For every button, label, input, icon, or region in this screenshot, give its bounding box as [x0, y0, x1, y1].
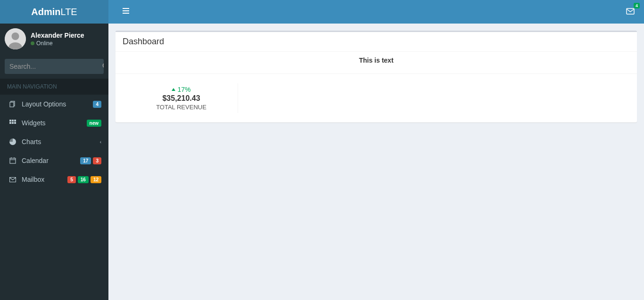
dashboard-box: Dashboard This is text 17% $35,210.43 TO…: [116, 31, 637, 122]
user-info: Alexander Pierce Online: [31, 32, 84, 47]
box-body: 17% $35,210.43 TOTAL REVENUE: [116, 74, 637, 122]
badge: 17: [80, 157, 91, 164]
svg-point-7: [103, 63, 104, 67]
messages-button[interactable]: 4: [624, 5, 637, 19]
brand-logo[interactable]: AdminLTE: [0, 0, 108, 24]
page-subtitle: This is text: [116, 52, 637, 74]
badge: 5: [67, 176, 76, 183]
messages-badge: 4: [634, 3, 640, 8]
stat-percent: 17%: [125, 86, 238, 93]
user-status-text: Online: [36, 40, 53, 47]
menu-calendar[interactable]: Calendar 17 3: [0, 151, 108, 170]
status-dot-icon: [31, 41, 34, 45]
grid-icon: [8, 120, 17, 126]
user-avatar[interactable]: [5, 28, 26, 49]
main-header: AdminLTE 4: [0, 0, 644, 24]
badge: 12: [91, 176, 101, 183]
svg-rect-2: [123, 13, 129, 14]
svg-rect-0: [123, 8, 129, 9]
svg-point-5: [12, 32, 19, 40]
menu-label: Mailbox: [22, 176, 63, 183]
svg-rect-1: [123, 10, 129, 11]
sidebar-search: [5, 59, 104, 74]
caret-up-icon: [172, 88, 175, 91]
badge: new: [87, 120, 101, 127]
menu-charts[interactable]: Charts ‹: [0, 132, 108, 151]
svg-rect-10: [10, 102, 14, 107]
stat-value: $35,210.43: [125, 94, 238, 103]
stat-label: TOTAL REVENUE: [125, 104, 238, 111]
menu-mailbox[interactable]: Mailbox 5 16 12: [0, 170, 108, 189]
envelope-icon: [8, 177, 17, 182]
user-status[interactable]: Online: [31, 40, 84, 47]
envelope-icon: [626, 8, 635, 15]
menu-label: Calendar: [22, 157, 75, 164]
calendar-icon: [8, 157, 17, 164]
search-icon: [102, 63, 104, 69]
nav-header: MAIN NAVIGATION: [0, 79, 108, 95]
brand-bold: Admin: [31, 7, 60, 17]
user-name: Alexander Pierce: [31, 32, 84, 39]
search-button[interactable]: [97, 59, 104, 74]
navbar-right: 4: [624, 5, 637, 19]
user-panel: Alexander Pierce Online: [0, 24, 108, 54]
badge: 3: [93, 157, 101, 164]
svg-rect-3: [627, 8, 634, 14]
menu-layout-options[interactable]: Layout Options 4: [0, 95, 108, 114]
chevron-left-icon: ‹: [100, 139, 101, 145]
menu-label: Charts: [22, 138, 95, 146]
top-navbar: 4: [108, 0, 644, 24]
badge: 4: [93, 101, 101, 108]
svg-rect-14: [9, 122, 11, 124]
menu-label: Widgets: [22, 119, 82, 127]
stat-percent-value: 17%: [177, 86, 190, 93]
sidebar-menu: Layout Options 4 Widgets new Charts ‹ Ca…: [0, 95, 108, 189]
brand-light: LTE: [61, 7, 77, 17]
stat-block-revenue: 17% $35,210.43 TOTAL REVENUE: [125, 83, 238, 113]
svg-rect-15: [12, 122, 14, 124]
menu-widgets[interactable]: Widgets new: [0, 114, 108, 132]
menu-label: Layout Options: [22, 100, 88, 108]
svg-rect-11: [9, 120, 11, 122]
hamburger-icon: [123, 8, 129, 14]
svg-rect-12: [12, 120, 14, 122]
pie-chart-icon: [8, 138, 17, 145]
sidebar: Alexander Pierce Online MAIN NAVIGATION …: [0, 24, 108, 300]
files-icon: [8, 101, 17, 107]
svg-rect-13: [14, 120, 16, 122]
page-title: Dashboard: [116, 32, 637, 52]
search-input[interactable]: [5, 59, 97, 74]
svg-rect-16: [14, 122, 16, 124]
badge: 16: [78, 176, 89, 183]
content-wrapper: Dashboard This is text 17% $35,210.43 TO…: [108, 24, 644, 130]
sidebar-toggle-button[interactable]: [116, 0, 136, 23]
svg-rect-17: [10, 158, 16, 163]
